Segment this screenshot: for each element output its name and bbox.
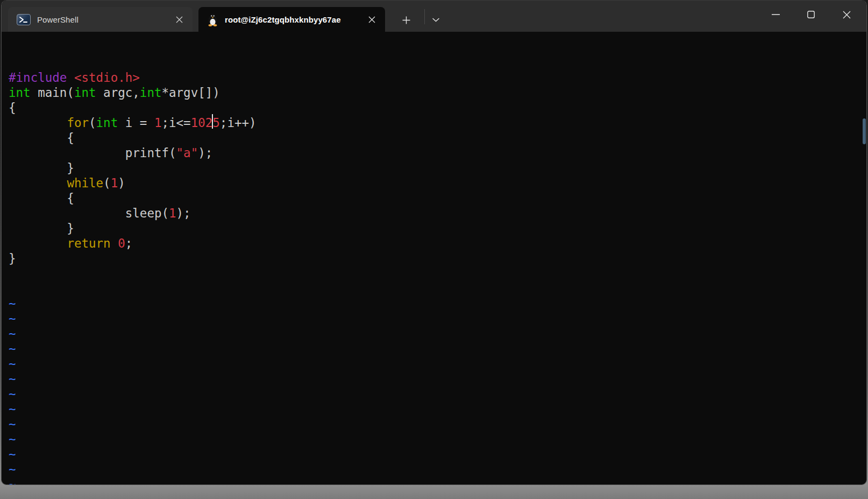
window-controls [758,1,864,29]
code-segment: #include [9,71,67,85]
empty-line-tilde: ~ [9,386,866,402]
code-segment: { [9,101,16,115]
code-segment: { [9,131,74,145]
terminal-window: PowerShell root@iZj6 [1,0,867,485]
code-segment: ; [125,236,133,250]
code-segment: return [67,236,110,250]
code-segment [67,71,74,85]
code-line: } [9,251,866,266]
close-icon [843,11,851,19]
code-line: for(int i = 1;i<=1025;i++) [9,115,866,130]
code-line: } [9,221,866,236]
tab-dropdown-button[interactable] [426,10,445,30]
empty-line-tilde: ~ [9,432,866,447]
code-segment: ( [103,176,111,190]
code-segment: sleep( [9,206,169,220]
code-segment: } [9,221,74,235]
code-segment: "a" [176,146,198,160]
vim-empty-lines: ~~~~~~~~~~~~~~ [9,296,866,485]
tab-ssh-session[interactable]: root@iZj6c2tgqbhxknbyy67ae [198,7,385,32]
code-segment: ;i<= [161,116,190,130]
empty-line-tilde: ~ [9,311,866,326]
code-segment: int [96,116,118,130]
empty-line-tilde: ~ [9,296,866,311]
code-line: sleep(1); [9,206,866,221]
maximize-button[interactable] [793,1,829,29]
code-segment [9,176,67,190]
chevron-down-icon [432,18,439,22]
code-segment: int [74,86,96,100]
code-segment: } [9,161,74,175]
minimize-button[interactable] [758,1,793,29]
code-segment [9,236,67,250]
terminal-screen[interactable]: #include <stdio.h>int main(int argc,int*… [2,32,866,484]
code-line: printf("a"); [9,145,866,160]
code-segment: ( [89,116,96,130]
empty-line-tilde: ~ [9,447,866,462]
vim-buffer: #include <stdio.h>int main(int argc,int*… [9,70,866,266]
empty-line-tilde: ~ [9,371,866,386]
powershell-icon [17,14,31,25]
code-segment [9,116,67,130]
code-line: } [9,160,866,175]
code-segment: 5 [212,116,220,130]
tux-icon [207,13,218,26]
code-line: { [9,130,866,145]
code-segment: 0 [118,236,125,250]
empty-line-tilde: ~ [9,402,866,417]
code-segment: 1 [111,176,118,190]
code-segment: i = [118,116,154,130]
code-segment [111,236,118,250]
close-tab-icon[interactable] [172,12,186,26]
code-segment: <stdio.h> [74,71,140,85]
close-window-button[interactable] [829,1,864,29]
code-segment: int [9,86,31,100]
code-segment: ); [198,146,212,160]
code-segment: ); [176,206,191,220]
maximize-icon [807,11,815,18]
code-line: { [9,100,866,115]
code-segment: int [140,86,162,100]
code-line: #include <stdio.h> [9,70,866,85]
code-segment: for [67,116,89,130]
code-segment: } [9,251,16,265]
tab-powershell[interactable]: PowerShell [8,7,193,32]
tab-title: PowerShell [37,15,166,24]
code-line: return 0; [9,236,866,251]
empty-line-tilde: ~ [9,462,866,477]
empty-line-tilde: ~ [9,326,866,341]
new-tab-button[interactable] [394,10,418,30]
code-segment: while [67,176,103,190]
code-segment: printf( [9,146,176,160]
titlebar-drag-region[interactable]: PowerShell root@iZj6 [2,1,866,32]
tabbar-divider [424,9,425,24]
minimize-icon [772,14,780,15]
code-segment: argc, [96,86,140,100]
code-segment: 1 [154,116,162,130]
code-segment: 102 [191,116,213,130]
empty-line-tilde: ~ [9,341,866,356]
code-line: int main(int argc,int*argv[]) [9,85,866,100]
code-segment: 1 [169,206,176,220]
tab-title: root@iZj6c2tgqbhxknbyy67ae [225,15,358,24]
code-segment: main( [31,86,74,100]
code-line: while(1) [9,175,866,191]
code-segment: ;i++) [220,116,257,130]
code-segment: *argv[]) [161,86,219,100]
code-segment: { [9,191,74,205]
empty-line-tilde: ~ [9,477,866,485]
empty-line-tilde: ~ [9,417,866,432]
code-line: { [9,191,866,206]
empty-line-tilde: ~ [9,356,866,371]
close-tab-icon[interactable] [365,12,379,26]
code-segment: ) [118,176,125,190]
plus-icon [402,16,410,24]
scrollbar-thumb[interactable] [863,118,866,144]
